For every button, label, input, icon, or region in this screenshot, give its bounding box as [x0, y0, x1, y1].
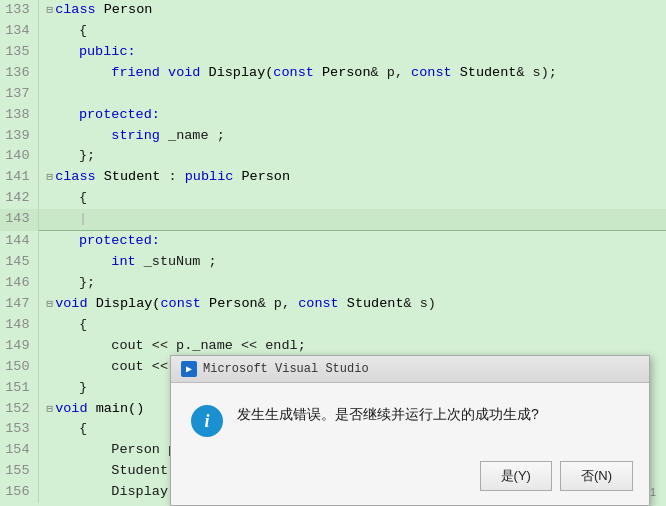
line-code: | — [38, 209, 666, 230]
table-row: 146 }; — [0, 273, 666, 294]
yes-button[interactable]: 是(Y) — [480, 461, 552, 491]
dialog-title-bar: ▶ Microsoft Visual Studio — [171, 356, 649, 383]
table-row: 141 ⊟class Student : public Person — [0, 167, 666, 188]
line-number: 139 — [0, 126, 38, 147]
line-code: int _stuNum ; — [38, 252, 666, 273]
line-code: protected: — [38, 105, 666, 126]
line-number: 133 — [0, 0, 38, 21]
table-row: 143 | — [0, 209, 666, 230]
line-number: 143 — [0, 209, 38, 230]
line-number: 145 — [0, 252, 38, 273]
vs-icon: ▶ — [181, 361, 197, 377]
table-row: 134 { — [0, 21, 666, 42]
line-number: 134 — [0, 21, 38, 42]
table-row: 135 public: — [0, 42, 666, 63]
line-number: 153 — [0, 419, 38, 440]
line-number: 152 — [0, 399, 38, 420]
line-number: 156 — [0, 482, 38, 503]
dialog-message: 发生生成错误。是否继续并运行上次的成功生成? — [237, 403, 629, 425]
table-row: 148 { — [0, 315, 666, 336]
code-editor: 133 ⊟class Person 134 { 135 public: 136 … — [0, 0, 666, 506]
line-number: 150 — [0, 357, 38, 378]
line-code: cout << p._name << endl; — [38, 336, 666, 357]
line-number: 151 — [0, 378, 38, 399]
line-code: ⊟class Person — [38, 0, 666, 21]
line-number: 147 — [0, 294, 38, 315]
line-code: ⊟void Display(const Person& p, const Stu… — [38, 294, 666, 315]
line-code: ⊟class Student : public Person — [38, 167, 666, 188]
line-code: { — [38, 21, 666, 42]
table-row: 149 cout << p._name << endl; — [0, 336, 666, 357]
dialog-title: Microsoft Visual Studio — [203, 362, 369, 376]
dialog-body: i 发生生成错误。是否继续并运行上次的成功生成? — [171, 383, 649, 453]
line-number: 136 — [0, 63, 38, 84]
line-number: 140 — [0, 146, 38, 167]
table-row: 137 — [0, 84, 666, 105]
line-number: 154 — [0, 440, 38, 461]
no-button[interactable]: 否(N) — [560, 461, 633, 491]
table-row: 145 int _stuNum ; — [0, 252, 666, 273]
line-number: 155 — [0, 461, 38, 482]
line-code: string _name ; — [38, 126, 666, 147]
table-row: 133 ⊟class Person — [0, 0, 666, 21]
line-code: { — [38, 315, 666, 336]
line-number: 135 — [0, 42, 38, 63]
table-row: 147 ⊟void Display(const Person& p, const… — [0, 294, 666, 315]
line-number: 141 — [0, 167, 38, 188]
dialog-box: ▶ Microsoft Visual Studio i 发生生成错误。是否继续并… — [170, 355, 650, 506]
line-code: { — [38, 188, 666, 209]
table-row: 142 { — [0, 188, 666, 209]
line-number: 148 — [0, 315, 38, 336]
line-code — [38, 84, 666, 105]
line-code: public: — [38, 42, 666, 63]
line-code: }; — [38, 273, 666, 294]
table-row: 140 }; — [0, 146, 666, 167]
table-row: 139 string _name ; — [0, 126, 666, 147]
line-number: 137 — [0, 84, 38, 105]
line-code: friend void Display(const Person& p, con… — [38, 63, 666, 84]
line-number: 138 — [0, 105, 38, 126]
line-number: 144 — [0, 231, 38, 252]
line-code: protected: — [38, 231, 666, 252]
info-icon: i — [191, 405, 223, 437]
line-code: }; — [38, 146, 666, 167]
table-row: 144 protected: — [0, 231, 666, 252]
table-row: 136 friend void Display(const Person& p,… — [0, 63, 666, 84]
line-number: 149 — [0, 336, 38, 357]
line-number: 142 — [0, 188, 38, 209]
table-row: 138 protected: — [0, 105, 666, 126]
line-number: 146 — [0, 273, 38, 294]
dialog-buttons: 是(Y) 否(N) — [171, 453, 649, 505]
